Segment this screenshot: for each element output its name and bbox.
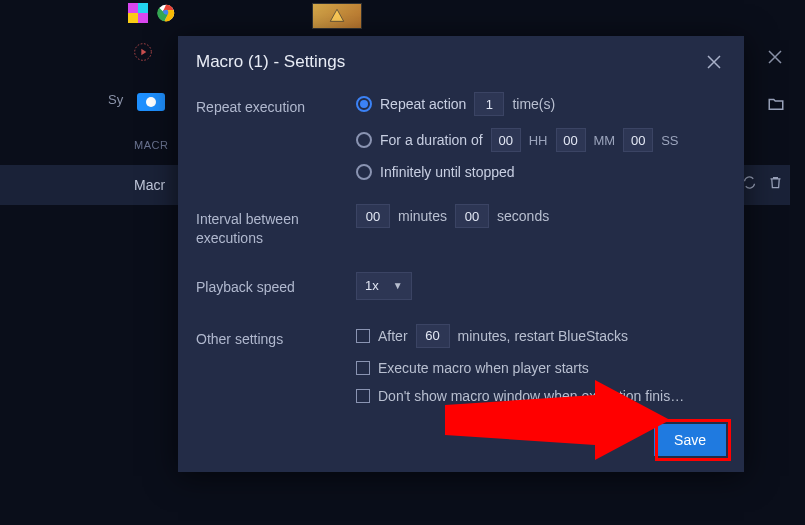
taskbar (0, 0, 805, 30)
radio-repeat-action[interactable] (356, 96, 372, 112)
duration-ss-input[interactable]: 00 (623, 128, 653, 152)
checkbox-dont-show-window[interactable] (356, 389, 370, 403)
loop-icon[interactable] (742, 175, 757, 193)
interval-minutes-label: minutes (398, 208, 447, 224)
modal-title: Macro (1) - Settings (196, 52, 345, 72)
interval-seconds-input[interactable]: 00 (455, 204, 489, 228)
chevron-down-icon: ▼ (393, 280, 403, 291)
macro-row-label: Macr (134, 177, 165, 193)
interval-seconds-label: seconds (497, 208, 549, 224)
radio-infinite[interactable] (356, 164, 372, 180)
duration-text: For a duration of (380, 132, 483, 148)
chrome-icon[interactable] (153, 0, 179, 26)
macro-recorder-icon (133, 42, 153, 62)
interval-label: Interval between executions (196, 204, 356, 248)
checkbox-restart-after[interactable] (356, 329, 370, 343)
hh-label: HH (529, 133, 548, 148)
playback-speed-value: 1x (365, 278, 379, 293)
repeat-times-suffix: time(s) (512, 96, 555, 112)
macro-settings-modal: Macro (1) - Settings Repeat execution Re… (178, 36, 744, 472)
game-thumbnail-icon[interactable] (312, 3, 362, 29)
app-icon-generic[interactable] (125, 0, 151, 26)
svg-rect-1 (138, 3, 148, 13)
interval-minutes-input[interactable]: 00 (356, 204, 390, 228)
restart-minutes-input[interactable]: 60 (416, 324, 450, 348)
duration-mm-input[interactable]: 00 (556, 128, 586, 152)
playback-speed-label: Playback speed (196, 272, 356, 297)
mm-label: MM (594, 133, 616, 148)
duration-hh-input[interactable]: 00 (491, 128, 521, 152)
folder-icon[interactable] (767, 95, 785, 116)
window-close-button[interactable] (760, 42, 790, 72)
repeat-execution-controls: Repeat action 1 time(s) For a duration o… (356, 92, 726, 180)
ss-label: SS (661, 133, 678, 148)
repeat-execution-label: Repeat execution (196, 92, 356, 117)
bg-truncated-text: Sy (108, 92, 123, 107)
radio-duration[interactable] (356, 132, 372, 148)
close-button[interactable] (702, 50, 726, 74)
svg-rect-2 (128, 13, 138, 23)
record-indicator-icon (137, 93, 165, 111)
save-button[interactable]: Save (654, 424, 726, 456)
trash-icon[interactable] (768, 175, 783, 193)
after-prefix: After (378, 328, 408, 344)
dont-show-text: Don't show macro window when execution f… (378, 388, 684, 404)
other-settings-label: Other settings (196, 324, 356, 349)
other-settings-controls: After 60 minutes, restart BlueStacks Exe… (356, 324, 726, 404)
repeat-times-input[interactable]: 1 (474, 92, 504, 116)
bg-section-label: MACR (134, 139, 168, 151)
modal-header: Macro (1) - Settings (178, 36, 744, 84)
after-suffix: minutes, restart BlueStacks (458, 328, 628, 344)
repeat-action-text: Repeat action (380, 96, 466, 112)
checkbox-execute-on-start[interactable] (356, 361, 370, 375)
execute-on-start-text: Execute macro when player starts (378, 360, 589, 376)
infinite-text: Infinitely until stopped (380, 164, 515, 180)
interval-controls: 00 minutes 00 seconds (356, 204, 726, 228)
playback-speed-controls: 1x ▼ (356, 272, 726, 300)
playback-speed-select[interactable]: 1x ▼ (356, 272, 412, 300)
